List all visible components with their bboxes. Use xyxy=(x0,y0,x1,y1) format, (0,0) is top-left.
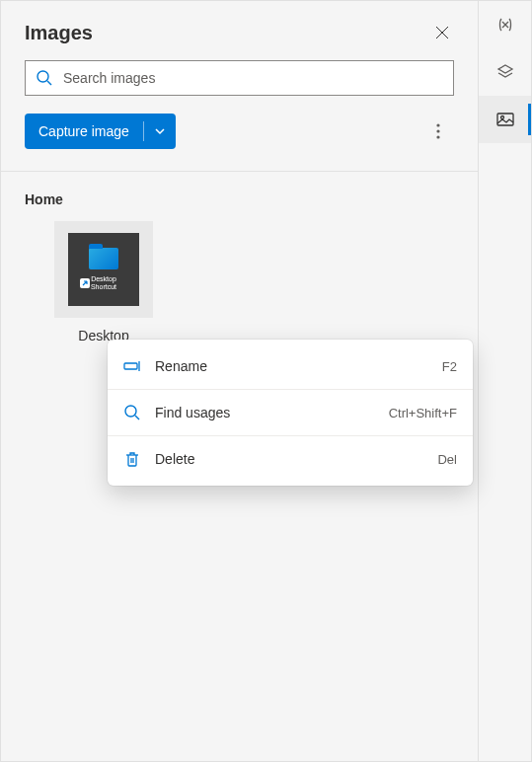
search-input[interactable] xyxy=(63,70,443,86)
thumbnail-preview: Desktop Shortcut xyxy=(68,233,139,306)
menu-item-label: Delete xyxy=(155,451,423,467)
content-area: Home Desktop Shortcut xyxy=(1,172,478,363)
close-icon xyxy=(435,26,449,39)
trash-icon xyxy=(123,450,141,468)
menu-item-label: Rename xyxy=(155,358,428,374)
folder-icon xyxy=(89,248,118,269)
search-container xyxy=(1,60,478,114)
close-button[interactable] xyxy=(428,19,456,46)
image-thumbnail[interactable]: Desktop Shortcut xyxy=(54,221,153,318)
context-menu: Rename F2 Find usages Ctrl+Shift+F xyxy=(108,340,473,486)
menu-item-rename[interactable]: Rename F2 xyxy=(108,345,473,387)
side-rail-variables[interactable] xyxy=(479,1,531,48)
menu-item-find-usages[interactable]: Find usages Ctrl+Shift+F xyxy=(108,392,473,433)
menu-item-shortcut: Del xyxy=(437,452,457,467)
capture-image-button[interactable]: Capture image xyxy=(25,114,176,149)
menu-item-shortcut: F2 xyxy=(442,359,457,374)
menu-separator xyxy=(108,389,473,390)
thumbnail-inner-label: Desktop Shortcut xyxy=(91,275,116,292)
search-icon xyxy=(123,404,141,421)
menu-item-delete[interactable]: Delete Del xyxy=(108,438,473,480)
svg-marker-15 xyxy=(498,65,512,73)
images-panel: Images Capture image xyxy=(0,0,479,762)
images-icon xyxy=(495,110,515,129)
rename-icon xyxy=(123,357,141,375)
menu-separator xyxy=(108,435,473,436)
layers-icon xyxy=(495,62,515,82)
svg-point-5 xyxy=(436,129,439,132)
svg-rect-7 xyxy=(124,363,137,369)
side-rail xyxy=(479,0,532,762)
svg-point-4 xyxy=(436,123,439,126)
variables-icon xyxy=(495,15,515,35)
section-title: Home xyxy=(25,191,454,207)
image-item[interactable]: Desktop Shortcut Desktop xyxy=(54,221,153,343)
search-icon xyxy=(36,69,53,87)
svg-rect-16 xyxy=(497,114,513,125)
toolbar: Capture image xyxy=(1,114,478,167)
side-rail-images[interactable] xyxy=(479,96,531,143)
shortcut-badge-icon xyxy=(80,278,90,288)
side-rail-layers[interactable] xyxy=(479,48,531,96)
more-actions-button[interactable] xyxy=(422,115,454,147)
chevron-down-icon xyxy=(154,125,166,137)
svg-point-17 xyxy=(500,116,503,119)
capture-image-label: Capture image xyxy=(25,114,143,149)
panel-header: Images xyxy=(1,1,478,60)
svg-line-3 xyxy=(47,81,51,85)
svg-line-10 xyxy=(135,416,139,419)
search-box[interactable] xyxy=(25,60,454,96)
svg-point-2 xyxy=(38,71,48,82)
panel-title: Images xyxy=(25,22,93,44)
thumbnail-grid: Desktop Shortcut Desktop xyxy=(25,221,454,343)
svg-point-6 xyxy=(436,135,439,138)
capture-image-dropdown[interactable] xyxy=(144,114,176,149)
menu-item-label: Find usages xyxy=(155,405,375,420)
more-vertical-icon xyxy=(436,123,440,139)
svg-point-9 xyxy=(125,406,136,417)
menu-item-shortcut: Ctrl+Shift+F xyxy=(389,406,457,420)
